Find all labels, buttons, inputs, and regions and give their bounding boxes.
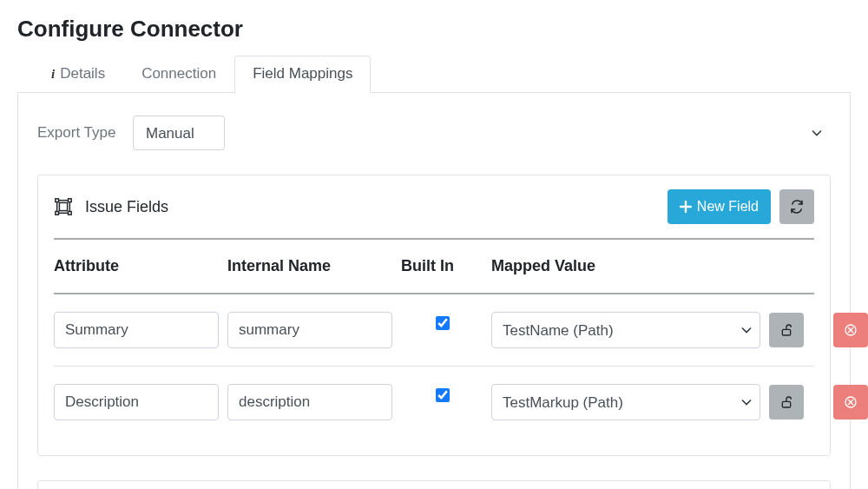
internal-name-input[interactable] (227, 384, 392, 420)
object-group-icon (54, 197, 73, 216)
refresh-button[interactable] (779, 189, 814, 224)
svg-rect-1 (69, 199, 72, 202)
tab-field-mappings-label: Field Mappings (253, 65, 352, 83)
col-internal-name: Internal Name (227, 257, 392, 275)
field-row: TestName (Path) (38, 294, 830, 366)
unlock-button[interactable] (769, 313, 804, 347)
tab-connection[interactable]: Connection (123, 56, 234, 93)
built-in-checkbox[interactable] (436, 388, 450, 402)
attribute-input[interactable] (54, 384, 219, 420)
plus-icon (680, 201, 692, 213)
test-step-fields-card: Test Step Fields New Field (37, 480, 831, 489)
mapped-value-select[interactable]: TestMarkup (Path) (491, 384, 760, 420)
delete-icon (844, 395, 858, 409)
export-type-label: Export Type (37, 124, 133, 142)
delete-icon (844, 323, 858, 337)
delete-button[interactable] (833, 313, 868, 347)
tab-panel-field-mappings: Export Type Manual Issue Fields (17, 93, 851, 489)
delete-button[interactable] (833, 385, 868, 420)
export-type-select[interactable]: Manual (133, 116, 225, 150)
new-field-button[interactable]: New Field (667, 189, 771, 224)
mapped-value-select[interactable]: TestName (Path) (491, 312, 760, 348)
internal-name-input[interactable] (227, 312, 392, 348)
field-table-header: Attribute Internal Name Built In Mapped … (38, 240, 830, 293)
unlock-button[interactable] (769, 385, 804, 420)
page-title: Configure Connector (17, 16, 851, 43)
svg-rect-4 (59, 202, 67, 210)
unlock-icon (779, 323, 793, 337)
test-step-fields-card-header: Test Step Fields New Field (38, 481, 830, 489)
info-icon: i (51, 67, 55, 82)
svg-rect-9 (782, 329, 790, 335)
col-built-in: Built In (401, 257, 483, 275)
svg-rect-2 (56, 212, 59, 215)
field-row: TestMarkup (Path) (38, 367, 830, 438)
tab-details-label: Details (60, 65, 105, 83)
svg-rect-0 (56, 199, 59, 202)
tabs: i Details Connection Field Mappings (17, 55, 851, 93)
attribute-input[interactable] (54, 312, 219, 348)
new-field-label: New Field (697, 199, 759, 215)
tab-connection-label: Connection (141, 65, 216, 83)
tab-details[interactable]: i Details (33, 56, 123, 93)
export-type-row: Export Type Manual (37, 116, 831, 150)
issue-fields-card: Issue Fields New Field Attribute (37, 175, 831, 456)
col-attribute: Attribute (54, 257, 219, 275)
col-mapped-value: Mapped Value (491, 257, 760, 275)
built-in-checkbox[interactable] (436, 316, 450, 330)
issue-fields-card-header: Issue Fields New Field (38, 175, 830, 238)
refresh-icon (789, 199, 805, 215)
chevron-down-icon (812, 128, 822, 138)
svg-rect-3 (69, 212, 72, 215)
tab-field-mappings[interactable]: Field Mappings (234, 56, 371, 93)
svg-rect-11 (782, 401, 790, 407)
unlock-icon (779, 395, 793, 409)
issue-fields-title: Issue Fields (85, 198, 168, 216)
